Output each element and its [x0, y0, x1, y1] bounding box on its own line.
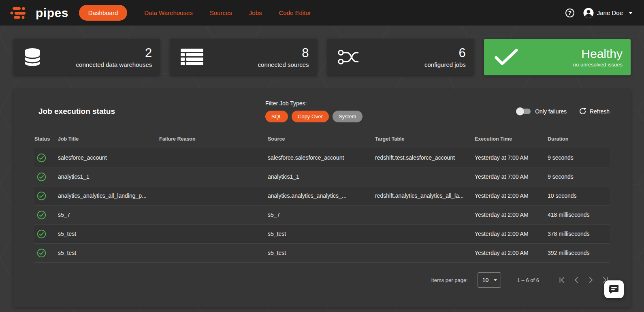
job-title-cell: salesforce_account [58, 148, 159, 167]
job-title-cell: analytics_analytics_all_landing_p... [58, 186, 159, 205]
column-header-job-title: Job Title [58, 131, 159, 148]
target-table-cell [375, 244, 475, 263]
nav-item-jobs[interactable]: Jobs [249, 9, 262, 16]
refresh-button[interactable]: Refresh [579, 107, 610, 115]
brand[interactable]: pipes [10, 6, 68, 20]
source-cell: s5_test [268, 224, 375, 244]
chevron-down-icon [629, 12, 633, 14]
top-nav-bar: pipes Dashboard Data Warehouses Sources … [0, 0, 644, 26]
health-detail: no unresolved issues [573, 62, 623, 68]
check-icon [495, 49, 518, 66]
success-status-icon [37, 210, 55, 220]
execution-time-cell: Yesterday at 2:00 AM [475, 224, 548, 244]
column-header-status: Status [34, 131, 58, 148]
duration-cell: 9 seconds [548, 148, 610, 167]
column-header-execution-time: Execution Time [475, 131, 548, 148]
table-row[interactable]: s5_7 s5_7 Yesterday at 2:00 AM 418 milli… [34, 205, 610, 224]
only-failures-label: Only failures [535, 108, 567, 115]
success-status-icon [37, 229, 55, 239]
duration-cell: 392 milliseconds [548, 244, 610, 263]
panel-header: Job execution status Filter Job Types: S… [34, 90, 610, 122]
filter-chip-sql[interactable]: SQL [265, 111, 288, 122]
nav-item-data-warehouses[interactable]: Data Warehouses [144, 9, 193, 16]
execution-time-cell: Yesterday at 7:00 AM [475, 167, 548, 186]
job-type-filter: Filter Job Types: SQL Copy Over System [265, 100, 363, 122]
health-card[interactable]: Healthy no unresolved issues [484, 39, 631, 75]
execution-time-cell: Yesterday at 2:00 AM [475, 244, 548, 263]
main-nav: Dashboard Data Warehouses Sources Jobs C… [79, 5, 311, 21]
topbar-right: ? Jane Doe [565, 8, 633, 18]
table-row[interactable]: analytics_analytics_all_landing_p... ana… [34, 186, 610, 205]
failure-reason-cell [159, 224, 268, 244]
target-table-cell [375, 167, 475, 186]
job-table-body: salesforce_account salesforce.salesforce… [34, 148, 610, 263]
chat-icon [609, 284, 619, 294]
status-cell [34, 224, 58, 244]
failure-reason-cell [159, 186, 268, 205]
user-name: Jane Doe [597, 9, 623, 16]
items-per-page-label: Items per page: [431, 277, 467, 283]
table-row[interactable]: s5_test s5_test Yesterday at 2:00 AM 392… [34, 244, 610, 263]
nav-item-dashboard[interactable]: Dashboard [79, 5, 127, 21]
job-title-cell: s5_test [58, 224, 159, 244]
panel-title: Job execution status [38, 107, 265, 116]
duration-cell: 378 milliseconds [548, 224, 610, 244]
failure-reason-cell [159, 205, 268, 224]
success-status-icon [37, 153, 55, 162]
column-header-target-table: Target Table [375, 131, 475, 148]
source-cell: s5_test [268, 244, 375, 263]
column-header-source: Source [268, 131, 375, 148]
items-per-page-select[interactable]: 10 [478, 272, 501, 288]
stat-card-jobs[interactable]: 6 configured jobs [327, 39, 474, 75]
jobs-icon [338, 49, 359, 65]
status-cell [34, 148, 58, 167]
table-row[interactable]: s5_test s5_test Yesterday at 2:00 AM 378… [34, 224, 610, 244]
stat-value: 2 [76, 46, 152, 60]
brand-name: pipes [36, 7, 68, 19]
next-page-icon[interactable] [587, 276, 595, 284]
refresh-icon [579, 107, 586, 115]
pagination-range: 1 – 6 of 6 [517, 277, 539, 283]
help-icon[interactable]: ? [565, 9, 574, 17]
job-title-cell: s5_test [58, 244, 159, 263]
chevron-down-icon [493, 279, 497, 281]
stat-card-warehouses[interactable]: 2 connected data warehouses [13, 39, 160, 75]
table-row[interactable]: analytics1_1 analytics1_1 Yesterday at 7… [34, 167, 610, 186]
stats-row: 2 connected data warehouses 8 connected … [0, 26, 644, 75]
refresh-label: Refresh [590, 108, 610, 115]
chat-launcher-button[interactable] [604, 280, 624, 298]
database-icon [24, 48, 41, 66]
status-cell [34, 205, 58, 224]
items-per-page-value: 10 [482, 277, 489, 283]
job-title-cell: s5_7 [58, 205, 159, 224]
source-cell: salesforce.salesforce_account [268, 148, 375, 167]
target-table-cell [375, 205, 475, 224]
job-table-header-row: StatusJob TitleFailure ReasonSourceTarge… [34, 131, 610, 148]
source-cell: s5_7 [268, 205, 375, 224]
nav-item-sources[interactable]: Sources [210, 9, 232, 16]
failure-reason-cell [159, 244, 268, 263]
nav-item-code-editor[interactable]: Code Editor [279, 9, 311, 16]
duration-cell: 9 seconds [548, 167, 610, 186]
filter-chip-system[interactable]: System [333, 111, 362, 122]
only-failures-toggle[interactable] [517, 109, 531, 114]
execution-time-cell: Yesterday at 7:00 AM [475, 148, 548, 167]
status-cell [34, 186, 58, 205]
previous-page-icon[interactable] [572, 276, 580, 284]
first-page-icon[interactable] [558, 276, 566, 284]
user-menu[interactable]: Jane Doe [583, 8, 633, 18]
target-table-cell: redshift.analytics_analytics_all_la... [375, 186, 475, 205]
pagination-bar: Items per page: 10 1 – 6 of 6 [34, 272, 610, 288]
source-cell: analytics1_1 [268, 167, 375, 186]
duration-cell: 418 milliseconds [548, 205, 610, 224]
stat-label: configured jobs [424, 61, 466, 68]
failure-reason-cell [159, 167, 268, 186]
filter-chip-copy-over[interactable]: Copy Over [292, 111, 329, 122]
stat-value: 6 [424, 46, 466, 60]
filter-label: Filter Job Types: [265, 100, 363, 107]
status-cell [34, 244, 58, 263]
stat-label: connected data warehouses [76, 61, 152, 68]
stat-card-sources[interactable]: 8 connected sources [170, 39, 317, 75]
table-row[interactable]: salesforce_account salesforce.salesforce… [34, 148, 610, 167]
sources-icon [181, 48, 203, 66]
